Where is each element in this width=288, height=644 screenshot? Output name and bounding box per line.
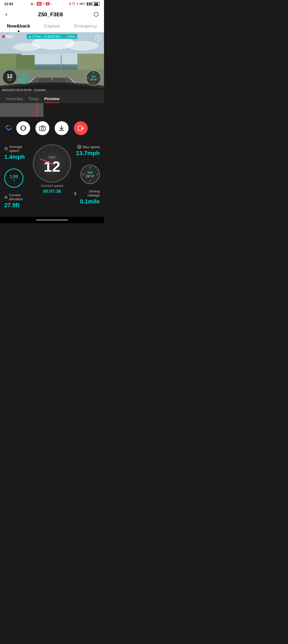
elevation-value: 27.9ft	[4, 202, 31, 209]
compass-s-overlay: S	[93, 82, 94, 85]
cam-settings-icon[interactable]	[95, 34, 102, 43]
pin-icon: 📍	[63, 35, 66, 38]
status-icons-right: N ⏰ ✴ WiFi ▐▐▐ ▓▓	[69, 2, 100, 6]
main-tabs: Now&back Capture Emergency	[0, 21, 104, 32]
pin-large-icon	[73, 191, 77, 195]
wifi-signal-icon	[4, 123, 13, 134]
compass-large: N S E W NW 337.9°	[81, 165, 100, 184]
compass-deg-overlay: 337.9°	[90, 78, 97, 81]
svg-line-43	[63, 151, 63, 152]
dot-icon: •	[51, 2, 52, 5]
timeline-strip[interactable]	[0, 103, 104, 117]
svg-line-46	[68, 167, 69, 167]
driving-mileage-block: Driving mileage 0.1mile	[73, 189, 100, 205]
compass-deg-large: 337.9°	[86, 175, 94, 178]
speed-unit-small: mph	[7, 79, 12, 81]
bluetooth-icon: ✴	[76, 2, 78, 5]
header: ‹ Z50_F3E8 ⬡	[0, 7, 104, 21]
circle-icon: ○	[34, 2, 36, 5]
stats-section: Average speed : 1.4mph 1.00 G Current el…	[0, 139, 104, 217]
timeline-today[interactable]: Today	[28, 96, 39, 103]
g-value-large: 1.00	[10, 175, 18, 179]
status-bar: 12:52 ▤ ○ 31 ⠿ R • N ⏰ ✴ WiFi ▐▐▐ ▓▓	[0, 0, 104, 7]
camera-capture-button[interactable]	[35, 121, 49, 135]
timeline-tabs: Yesterday Today Preview	[0, 94, 104, 103]
speed-dial: mph 12	[33, 145, 71, 182]
timeline-dark-segment	[43, 103, 104, 117]
compass-n-overlay: N	[93, 71, 94, 74]
compass-s-large: S	[89, 180, 91, 182]
exit-button[interactable]	[74, 121, 88, 135]
calendar-icon: 31	[37, 2, 42, 6]
g-value-overlay: 1.00	[22, 77, 27, 80]
svg-line-40	[47, 148, 47, 150]
compass-e-large: E	[97, 173, 98, 176]
svg-line-37	[36, 161, 38, 162]
speed-dial-label: Current speed	[41, 184, 63, 188]
time-info: ⏱ 00:07:36	[42, 35, 59, 38]
mileage-label: 13.0mile/h	[34, 89, 46, 92]
svg-line-36	[36, 167, 38, 167]
compass-n-large: N	[89, 166, 91, 169]
status-time: 12:52	[4, 2, 13, 6]
g-label-large: G	[13, 179, 15, 182]
avg-speed-block: Average speed : 1.4mph	[4, 145, 31, 160]
bottom-bar	[0, 217, 104, 223]
svg-rect-28	[78, 126, 82, 130]
tab-nowback[interactable]: Now&back	[7, 23, 30, 30]
settings-button[interactable]: ⬡	[94, 11, 99, 18]
speed-gauge-small: 12 mph	[3, 70, 17, 84]
rec-label: REC	[6, 34, 14, 39]
g-sensor-overlay: 1.00 G	[20, 74, 30, 84]
driving-mileage-label: Driving mileage	[73, 189, 100, 197]
distance-info: 📍 0.1km	[61, 35, 75, 38]
download-button[interactable]	[55, 121, 69, 135]
g-label-overlay: G	[24, 80, 25, 81]
dial-ticks-svg	[34, 146, 71, 183]
compass-e-overlay: E	[99, 77, 100, 79]
compass-w-overlay: W	[87, 77, 89, 79]
svg-line-51	[79, 146, 80, 147]
stats-left: Average speed : 1.4mph 1.00 G Current el…	[4, 145, 31, 209]
alarm-icon: ⏰	[72, 2, 75, 5]
camera-top-bar: ▲ 27.9m ⏱ 00:07:36 📍 0.1km	[27, 34, 77, 39]
nfc-icon: N	[69, 2, 71, 5]
svg-point-3	[13, 43, 40, 51]
timeline-yesterday[interactable]: Yesterday	[5, 96, 23, 103]
back-button[interactable]: ‹	[5, 11, 7, 18]
msg-icon: ▤	[31, 2, 33, 5]
tab-capture[interactable]: Capture	[44, 23, 60, 30]
controls-row	[0, 117, 104, 139]
gauge-sm-icon: ◎	[18, 81, 20, 84]
avg-speed-label: Average speed :	[4, 145, 31, 153]
svg-rect-25	[44, 127, 45, 128]
speedometer-large: mph 12 Current speed 00:07:36	[33, 145, 71, 194]
rec-dot	[2, 35, 5, 38]
tab-emergency[interactable]: Emergency	[74, 23, 97, 30]
status-icons-left: ▤ ○ 31 ⠿ R •	[31, 2, 51, 6]
avg-speed-value: 1.4mph	[4, 154, 31, 160]
elevation-icon	[4, 195, 8, 199]
compass-dir-overlay: NW	[91, 75, 96, 78]
page-title: Z50_F3E8	[38, 11, 63, 18]
svg-point-22	[8, 129, 10, 131]
stats-right: Max speed 13.7mph N S E W NW 337.9° D	[73, 145, 100, 205]
dots-icon: ⠿	[43, 2, 45, 5]
max-speed-value: 13.7mph	[76, 150, 100, 157]
svg-line-47	[66, 172, 67, 173]
speed-dial-time: 00:07:36	[43, 189, 61, 194]
speed-number-small: 12	[7, 73, 13, 79]
driving-mileage-value: 0.1mile	[80, 198, 100, 205]
svg-line-44	[66, 156, 67, 157]
svg-point-52	[74, 192, 76, 194]
home-indicator[interactable]	[36, 219, 68, 221]
camera-view: ▲ 27.9m ⏱ 00:07:36 📍 0.1km REC 12 mp	[0, 32, 104, 94]
red-icon: R	[46, 2, 50, 5]
elevation-info: ▲ 27.9m	[29, 35, 41, 38]
wifi-icon: WiFi	[79, 2, 85, 5]
timeline-preview[interactable]: Preview	[44, 96, 59, 103]
svg-line-42	[58, 148, 59, 150]
elevation-label: Current elevation	[4, 193, 31, 201]
loop-button[interactable]	[16, 121, 30, 135]
svg-line-35	[38, 172, 40, 173]
